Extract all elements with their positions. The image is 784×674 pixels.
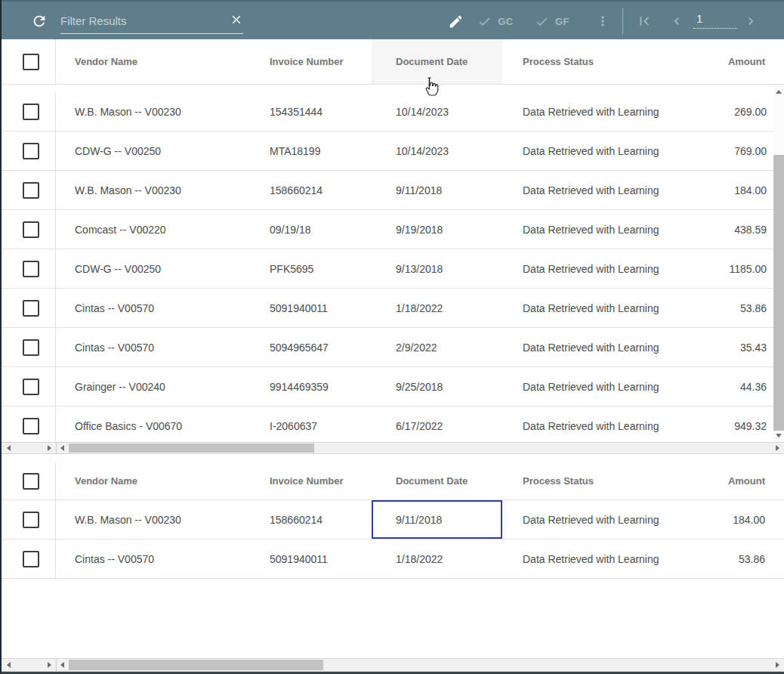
document-date-cell[interactable]: 9/13/2018 bbox=[372, 249, 502, 288]
document-date-cell[interactable]: 6/17/2022 bbox=[372, 407, 502, 442]
scroll-right-arrow[interactable] bbox=[772, 443, 782, 453]
vendor-name-cell[interactable]: CDW-G -- V00250 bbox=[56, 249, 270, 288]
table-row[interactable]: Grainger -- V00240 9914469359 9/25/2018 … bbox=[2, 367, 775, 407]
vendor-name-cell[interactable]: W.B. Mason -- V00230 bbox=[56, 92, 270, 131]
column-header-vendor-name[interactable]: Vendor Name bbox=[56, 39, 270, 84]
horizontal-scrollbar-thumb[interactable] bbox=[69, 444, 314, 453]
vendor-name-cell[interactable]: Office Basics - V00670 bbox=[56, 407, 270, 442]
gf-button[interactable]: GF bbox=[532, 2, 572, 41]
amount-cell[interactable]: 1185.00 bbox=[684, 249, 775, 288]
table-row[interactable]: W.B. Mason -- V00230 158660214 9/11/2018… bbox=[2, 171, 775, 210]
process-status-cell[interactable]: Data Retrieved with Learning bbox=[502, 92, 684, 131]
filter-input[interactable] bbox=[60, 14, 230, 27]
table-row[interactable]: CDW-G -- V00250 MTA18199 10/14/2023 Data… bbox=[2, 131, 775, 171]
scroll-left-arrow[interactable] bbox=[57, 659, 67, 671]
amount-cell[interactable]: 269.00 bbox=[684, 92, 775, 131]
table-row[interactable]: Cintas -- V00570 5094965647 2/9/2022 Dat… bbox=[2, 328, 775, 367]
main-horizontal-scrollbar[interactable] bbox=[57, 659, 784, 671]
scroll-left-arrow[interactable] bbox=[3, 443, 14, 453]
invoice-number-cell[interactable]: PFK5695 bbox=[270, 249, 372, 288]
amount-cell[interactable]: 184.00 bbox=[684, 171, 775, 209]
vendor-name-cell[interactable]: Cintas -- V00570 bbox=[56, 289, 270, 327]
document-date-cell[interactable]: 1/18/2022 bbox=[372, 540, 502, 578]
column-header-amount[interactable]: Amount bbox=[684, 39, 784, 84]
row-checkbox[interactable] bbox=[23, 221, 39, 238]
scroll-right-arrow[interactable] bbox=[44, 659, 54, 671]
column-header-document-date[interactable]: Document Date bbox=[372, 462, 502, 499]
document-date-cell[interactable]: 9/25/2018 bbox=[372, 367, 502, 406]
amount-cell[interactable]: 35.43 bbox=[684, 328, 775, 366]
vertical-scrollbar-thumb[interactable] bbox=[773, 155, 784, 431]
invoice-number-cell[interactable]: 158660214 bbox=[270, 500, 372, 539]
document-date-cell[interactable]: 9/11/2018 bbox=[372, 500, 502, 539]
vendor-name-cell[interactable]: W.B. Mason -- V00230 bbox=[56, 171, 270, 209]
row-checkbox[interactable] bbox=[23, 300, 39, 317]
amount-cell[interactable]: 949.32 bbox=[684, 407, 775, 442]
document-date-cell[interactable]: 2/9/2022 bbox=[372, 328, 502, 366]
vendor-name-cell[interactable]: Grainger -- V00240 bbox=[56, 367, 270, 406]
process-status-cell[interactable]: Data Retrieved with Learning bbox=[502, 171, 684, 209]
row-checkbox[interactable] bbox=[23, 379, 39, 395]
invoice-number-cell[interactable]: 9914469359 bbox=[270, 367, 372, 406]
process-status-cell[interactable]: Data Retrieved with Learning bbox=[502, 367, 684, 406]
amount-cell[interactable]: 44.36 bbox=[684, 367, 775, 406]
invoice-number-cell[interactable]: 158660214 bbox=[270, 171, 372, 209]
first-page-button[interactable] bbox=[634, 2, 654, 41]
process-status-cell[interactable]: Data Retrieved with Learning bbox=[502, 249, 684, 288]
table-row[interactable]: Office Basics - V00670 I-2060637 6/17/20… bbox=[2, 407, 775, 442]
page-number-input[interactable] bbox=[693, 11, 737, 29]
amount-cell[interactable]: 53.86 bbox=[684, 289, 775, 327]
scroll-left-arrow[interactable] bbox=[3, 659, 14, 671]
process-status-cell[interactable]: Data Retrieved with Learning bbox=[502, 289, 684, 327]
invoice-number-cell[interactable]: 5094965647 bbox=[270, 328, 372, 366]
invoice-number-cell[interactable]: 09/19/18 bbox=[270, 210, 372, 249]
process-status-cell[interactable]: Data Retrieved with Learning bbox=[502, 131, 684, 170]
previous-page-button[interactable] bbox=[668, 2, 686, 41]
vendor-name-cell[interactable]: Comcast -- V00220 bbox=[56, 210, 270, 249]
amount-cell[interactable]: 769.00 bbox=[684, 131, 775, 170]
select-all-checkbox[interactable] bbox=[23, 473, 39, 490]
gc-button[interactable]: GC bbox=[476, 2, 515, 41]
invoice-number-cell[interactable]: MTA18199 bbox=[270, 131, 372, 170]
row-checkbox[interactable] bbox=[23, 104, 39, 120]
column-header-vendor-name[interactable]: Vendor Name bbox=[56, 462, 270, 499]
process-status-cell[interactable]: Data Retrieved with Learning bbox=[502, 328, 684, 366]
frozen-column-scrollbar[interactable] bbox=[2, 659, 57, 671]
row-checkbox[interactable] bbox=[23, 143, 39, 159]
column-header-process-status[interactable]: Process Status bbox=[502, 39, 684, 84]
more-options-button[interactable] bbox=[594, 2, 611, 41]
clear-filter-button[interactable] bbox=[230, 13, 243, 29]
refresh-button[interactable] bbox=[29, 2, 50, 41]
row-checkbox[interactable] bbox=[23, 418, 39, 434]
document-date-cell[interactable]: 10/14/2023 bbox=[372, 131, 502, 170]
frozen-column-scrollbar[interactable] bbox=[2, 443, 57, 453]
scroll-up-arrow[interactable] bbox=[773, 86, 784, 97]
column-header-invoice-number[interactable]: Invoice Number bbox=[270, 39, 372, 84]
table-row[interactable]: W.B. Mason -- V00230 154351444 10/14/202… bbox=[2, 92, 775, 131]
process-status-cell[interactable]: Data Retrieved with Learning bbox=[502, 500, 684, 539]
amount-cell[interactable]: 184.00 bbox=[684, 500, 784, 539]
main-horizontal-scrollbar[interactable] bbox=[57, 443, 784, 453]
document-date-cell[interactable]: 10/14/2023 bbox=[372, 92, 502, 131]
document-date-cell[interactable]: 9/19/2018 bbox=[372, 210, 502, 249]
row-checkbox[interactable] bbox=[23, 551, 39, 567]
row-checkbox[interactable] bbox=[23, 182, 39, 199]
process-status-cell[interactable]: Data Retrieved with Learning bbox=[502, 540, 684, 578]
table-row[interactable]: W.B. Mason -- V00230 158660214 9/11/2018… bbox=[2, 500, 784, 540]
row-checkbox[interactable] bbox=[23, 339, 39, 356]
column-header-invoice-number[interactable]: Invoice Number bbox=[270, 462, 372, 499]
table-row[interactable]: Comcast -- V00220 09/19/18 9/19/2018 Dat… bbox=[2, 210, 775, 249]
table-row[interactable]: Cintas -- V00570 5091940011 1/18/2022 Da… bbox=[2, 540, 784, 579]
invoice-number-cell[interactable]: 154351444 bbox=[270, 92, 372, 131]
vendor-name-cell[interactable]: Cintas -- V00570 bbox=[56, 540, 270, 578]
horizontal-scrollbar-bottom[interactable] bbox=[2, 658, 784, 672]
invoice-number-cell[interactable]: I-2060637 bbox=[270, 407, 372, 442]
vendor-name-cell[interactable]: W.B. Mason -- V00230 bbox=[56, 500, 270, 539]
process-status-cell[interactable]: Data Retrieved with Learning bbox=[502, 407, 684, 442]
table-row[interactable]: CDW-G -- V00250 PFK5695 9/13/2018 Data R… bbox=[2, 249, 775, 289]
document-date-cell[interactable]: 1/18/2022 bbox=[372, 289, 502, 327]
column-header-process-status[interactable]: Process Status bbox=[502, 462, 684, 499]
vertical-scrollbar[interactable] bbox=[773, 85, 784, 442]
vendor-name-cell[interactable]: CDW-G -- V00250 bbox=[56, 131, 270, 170]
column-header-document-date[interactable]: Document Date bbox=[372, 39, 502, 84]
